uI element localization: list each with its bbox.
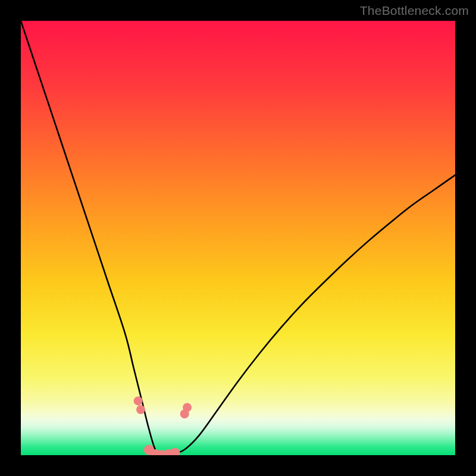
chart-svg — [21, 21, 455, 455]
marker-dot — [183, 403, 192, 412]
marker-dot — [136, 405, 145, 414]
marker-dot — [134, 396, 143, 405]
bottleneck-curve — [21, 21, 455, 455]
marker-dot — [170, 448, 180, 455]
chart-frame: TheBottleneck.com — [0, 0, 476, 476]
plot-area — [21, 21, 455, 455]
watermark-text: TheBottleneck.com — [360, 4, 469, 18]
